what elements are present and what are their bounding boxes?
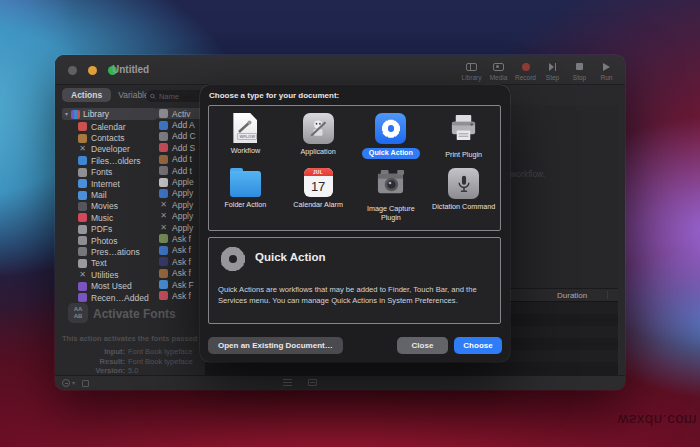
sidebar-item-library[interactable]: ▾ Library [62, 108, 157, 120]
toolbar-button-step[interactable]: Step [540, 59, 565, 81]
sidebar-item[interactable]: Most Used [78, 280, 157, 291]
action-icon [159, 143, 168, 152]
sidebar-item[interactable]: Contacts [78, 132, 157, 143]
category-icon: ✕ [78, 145, 87, 154]
action-icon [159, 189, 168, 198]
canvas-hint-text: r workflow. [505, 169, 545, 179]
info-field-input: Input:Font Book typeface [55, 347, 205, 356]
action-icon [159, 166, 168, 175]
action-info-description: This action activates the fonts passed f… [62, 334, 204, 343]
action-icon [159, 246, 168, 255]
detail-description: Quick Actions are workflows that may be … [218, 284, 496, 307]
window-bottom-bar: ▾ [55, 375, 625, 390]
traffic-lights [68, 66, 117, 75]
detail-title: Quick Action [255, 251, 326, 263]
info-field-result: Result:Font Book typeface [55, 357, 205, 366]
window-toolbar: Library Media Record Step Stop [459, 59, 619, 81]
window-title: Untitled [112, 64, 149, 75]
choose-button[interactable]: Choose [454, 337, 502, 354]
workflow-document-icon: WFLOW [233, 113, 257, 143]
toolbar-button-library[interactable]: Library [459, 59, 484, 81]
category-icon [78, 156, 87, 165]
type-image-capture-plugin[interactable]: Image Capture Plugin [355, 161, 428, 228]
camera-icon [375, 168, 406, 201]
checkbox-icon[interactable] [82, 380, 89, 387]
desktop: Untitled Library Media Record Step [0, 0, 700, 447]
action-info-title: Activate Fonts [93, 307, 176, 321]
panel-view-icon[interactable] [308, 379, 317, 386]
type-dictation-command[interactable]: Dictation Command [427, 161, 500, 228]
media-icon [493, 63, 504, 71]
sidebar-item[interactable]: Music [78, 212, 157, 223]
sidebar-item[interactable]: PDFs [78, 224, 157, 235]
sidebar-item[interactable]: Pres…ations [78, 246, 157, 257]
action-icon [159, 109, 168, 118]
stop-icon [576, 63, 583, 70]
sidebar-item[interactable]: Text [78, 258, 157, 269]
sidebar-item[interactable]: ✕ Utilities [78, 269, 157, 280]
category-icon [78, 282, 87, 291]
gear-icon [219, 245, 247, 273]
list-view-icon[interactable] [283, 379, 292, 386]
watermark: wsxdn.com [617, 412, 697, 429]
close-button[interactable]: Close [397, 337, 448, 354]
type-calendar-alarm[interactable]: JUL 17 Calendar Alarm [282, 161, 355, 228]
window-titlebar[interactable]: Untitled Library Media Record Step [55, 55, 625, 85]
search-icon [150, 93, 156, 100]
open-existing-document-button[interactable]: Open an Existing Document… [208, 337, 343, 354]
toolbar-button-record[interactable]: Record [513, 59, 538, 81]
activate-fonts-icon: AAAB [68, 303, 88, 323]
action-icon [159, 280, 168, 289]
minimize-window-button[interactable] [88, 66, 97, 75]
type-quick-action[interactable]: Quick Action [355, 106, 428, 161]
sidebar-item[interactable]: Mail [78, 189, 157, 200]
sidebar-item[interactable]: ✕ Developer [78, 144, 157, 155]
category-icon [78, 191, 87, 200]
action-icon: ✕ [159, 212, 168, 221]
sidebar-item[interactable]: Fonts [78, 167, 157, 178]
type-print-plugin[interactable]: Print Plugin [427, 106, 500, 161]
action-icon: ✕ [159, 223, 168, 232]
action-icon: ✕ [159, 200, 168, 209]
toolbar-button-run[interactable]: Run [594, 59, 619, 81]
record-icon [522, 63, 530, 71]
toolbar-button-stop[interactable]: Stop [567, 59, 592, 81]
step-icon [549, 63, 557, 71]
library-panel-icon [466, 63, 477, 71]
duration-column-header[interactable]: Duration [557, 291, 587, 300]
action-icon [159, 234, 168, 243]
sidebar-item[interactable]: Files…olders [78, 155, 157, 166]
type-folder-action[interactable]: Folder Action [209, 161, 282, 228]
chevron-down-icon: ▾ [65, 111, 68, 117]
folder-icon [230, 171, 261, 197]
document-type-dialog: Choose a type for your document: WFLOW W… [200, 85, 510, 362]
category-icon [78, 213, 87, 222]
action-menu-icon[interactable] [62, 379, 70, 387]
sidebar-item[interactable]: Internet [78, 178, 157, 189]
action-icon [159, 269, 168, 278]
category-icon [78, 168, 87, 177]
action-icon [159, 257, 168, 266]
tab-actions[interactable]: Actions [62, 88, 111, 102]
printer-icon [448, 113, 479, 147]
search-input[interactable] [159, 92, 206, 101]
action-icon [159, 178, 168, 187]
close-window-button[interactable] [68, 66, 77, 75]
sidebar-item[interactable]: Photos [78, 235, 157, 246]
category-icon [78, 259, 87, 268]
action-icon [159, 155, 168, 164]
action-info-panel: AAAB Activate Fonts This action activate… [55, 298, 205, 375]
robot-application-icon [303, 113, 334, 144]
category-icon [78, 202, 87, 211]
category-icon [78, 236, 87, 245]
sidebar-item[interactable]: Movies [78, 201, 157, 212]
category-icon [78, 225, 87, 234]
type-workflow[interactable]: WFLOW Workflow [209, 106, 282, 161]
info-field-version: Version:5.0 [55, 366, 205, 375]
sidebar-item[interactable]: Calendar [78, 121, 157, 132]
type-detail-panel: Quick Action Quick Actions are workflows… [208, 237, 501, 324]
toolbar-button-media[interactable]: Media [486, 59, 511, 81]
action-icon [159, 121, 168, 130]
dialog-buttons: Open an Existing Document… Close Choose [200, 337, 510, 355]
type-application[interactable]: Application [282, 106, 355, 161]
